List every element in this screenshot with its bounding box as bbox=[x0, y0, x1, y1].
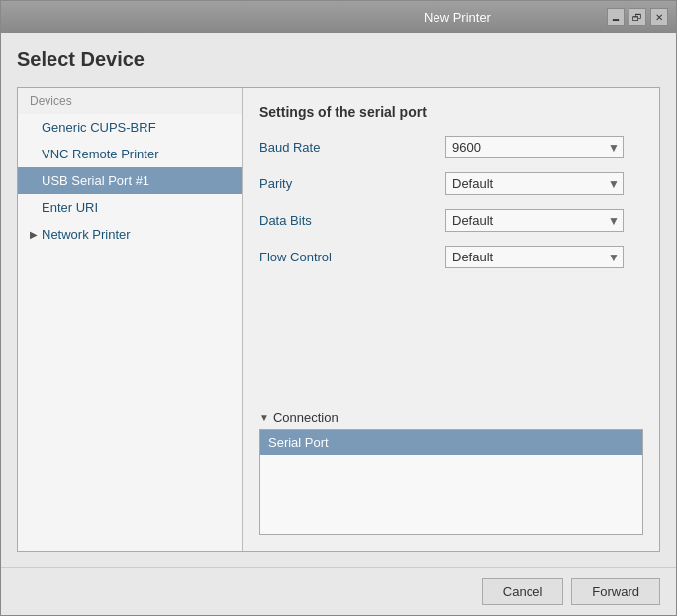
device-item-vnc-remote-printer[interactable]: VNC Remote Printer bbox=[18, 141, 242, 167]
connection-table-header: Serial Port bbox=[260, 430, 642, 455]
main-panels: Devices Generic CUPS-BRF VNC Remote Prin… bbox=[17, 87, 660, 552]
device-item-enter-uri[interactable]: Enter URI bbox=[18, 194, 242, 221]
chevron-right-icon: ▶ bbox=[30, 229, 38, 240]
data-bits-select-wrapper: Default 5 6 7 8 ▼ bbox=[445, 209, 624, 232]
data-bits-label: Data Bits bbox=[259, 213, 437, 228]
device-item-usb-serial-port[interactable]: USB Serial Port #1 bbox=[18, 167, 242, 194]
devices-header: Devices bbox=[18, 88, 242, 114]
baud-rate-select[interactable]: 9600 19200 38400 115200 bbox=[445, 136, 624, 158]
page-title: Select Device bbox=[17, 49, 660, 71]
flow-control-select-wrapper: Default None XON/XOFF RTS/CTS ▼ bbox=[445, 246, 624, 268]
footer: Cancel Forward bbox=[1, 567, 676, 615]
device-label-generic-cups-brf: Generic CUPS-BRF bbox=[42, 120, 156, 135]
connection-arrow-icon: ▼ bbox=[259, 412, 269, 423]
content-area: Select Device Devices Generic CUPS-BRF V… bbox=[1, 33, 676, 567]
connection-section: ▼ Connection Serial Port bbox=[259, 410, 643, 535]
device-label-vnc-remote-printer: VNC Remote Printer bbox=[42, 147, 158, 161]
device-item-network-printer[interactable]: ▶ Network Printer bbox=[18, 221, 242, 248]
connection-table: Serial Port bbox=[259, 429, 643, 535]
device-item-generic-cups-brf[interactable]: Generic CUPS-BRF bbox=[18, 114, 242, 141]
device-label-usb-serial-port: USB Serial Port #1 bbox=[42, 173, 149, 188]
minimize-button[interactable]: 🗕 bbox=[607, 8, 625, 26]
titlebar-controls: 🗕 🗗 ✕ bbox=[607, 8, 668, 26]
main-window: New Printer 🗕 🗗 ✕ Select Device Devices … bbox=[0, 0, 677, 616]
serial-settings-title: Settings of the serial port bbox=[259, 104, 643, 120]
maximize-button[interactable]: 🗗 bbox=[629, 8, 646, 26]
device-list: Generic CUPS-BRF VNC Remote Printer USB … bbox=[18, 114, 242, 248]
left-panel: Devices Generic CUPS-BRF VNC Remote Prin… bbox=[18, 88, 243, 551]
device-label-enter-uri: Enter URI bbox=[42, 200, 98, 215]
connection-header: ▼ Connection bbox=[259, 410, 643, 425]
baud-rate-label: Baud Rate bbox=[259, 140, 437, 154]
parity-select[interactable]: Default None Even Odd bbox=[445, 172, 624, 195]
parity-select-wrapper: Default None Even Odd ▼ bbox=[445, 172, 624, 195]
device-label-network-printer: Network Printer bbox=[42, 227, 131, 242]
flow-control-select[interactable]: Default None XON/XOFF RTS/CTS bbox=[445, 246, 624, 268]
parity-label: Parity bbox=[259, 176, 437, 191]
settings-grid: Baud Rate 9600 19200 38400 115200 ▼ Pari… bbox=[259, 136, 643, 268]
cancel-button[interactable]: Cancel bbox=[482, 578, 563, 605]
window-title: New Printer bbox=[308, 10, 607, 25]
connection-label: Connection bbox=[273, 410, 338, 425]
data-bits-select[interactable]: Default 5 6 7 8 bbox=[445, 209, 624, 232]
close-button[interactable]: ✕ bbox=[650, 8, 668, 26]
forward-button[interactable]: Forward bbox=[571, 578, 660, 605]
titlebar: New Printer 🗕 🗗 ✕ bbox=[1, 1, 676, 33]
flow-control-label: Flow Control bbox=[259, 250, 437, 264]
right-panel: Settings of the serial port Baud Rate 96… bbox=[243, 88, 659, 551]
connection-table-body bbox=[260, 455, 642, 534]
baud-rate-select-wrapper: 9600 19200 38400 115200 ▼ bbox=[445, 136, 624, 158]
